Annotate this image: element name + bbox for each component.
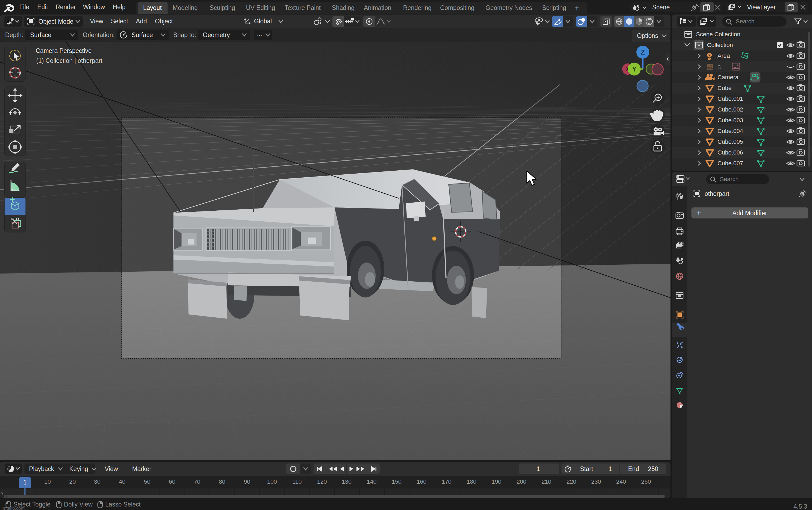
svg-text:Z: Z	[641, 48, 645, 56]
svg-text:Y: Y	[632, 65, 637, 73]
